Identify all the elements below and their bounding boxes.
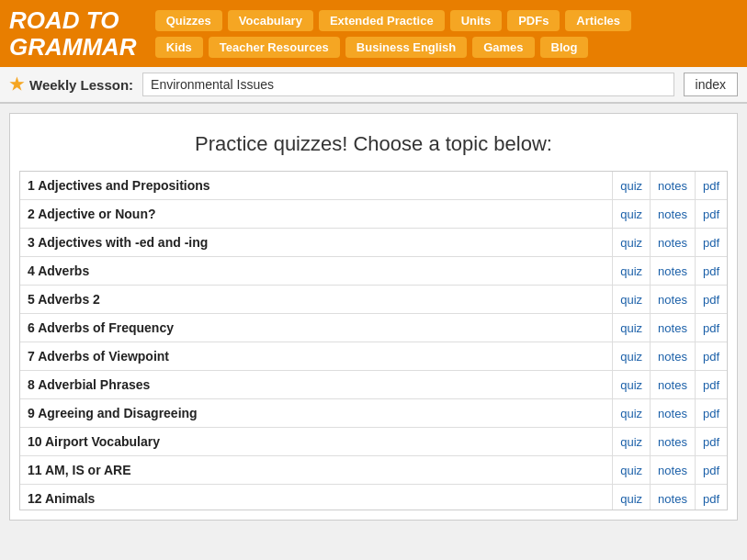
action-notes[interactable]: notes [651, 428, 696, 456]
table-row: 2 Adjective or Noun?quiznotespdf [20, 200, 727, 229]
table-row: 11 AM, IS or AREquiznotespdf [20, 456, 727, 485]
nav-btn-articles[interactable]: Articles [565, 10, 631, 31]
table-row: 7 Adverbs of Viewpointquiznotespdf [20, 342, 727, 371]
nav-btn-blog[interactable]: Blog [540, 37, 589, 58]
action-quiz[interactable]: quiz [613, 371, 651, 399]
nav-row-1: QuizzesVocabularyExtended PracticeUnitsP… [155, 10, 631, 31]
nav-btn-kids[interactable]: Kids [155, 37, 203, 58]
topic-cell: 10 Airport Vocabulary [20, 428, 613, 456]
action-pdf[interactable]: pdf [695, 257, 727, 286]
star-icon: ★ [9, 74, 24, 95]
action-pdf[interactable]: pdf [695, 286, 727, 314]
action-pdf[interactable]: pdf [695, 314, 727, 342]
nav-btn-vocabulary[interactable]: Vocabulary [228, 10, 313, 31]
nav-row-2: KidsTeacher ResourcesBusiness EnglishGam… [155, 37, 631, 58]
action-pdf[interactable]: pdf [695, 428, 727, 456]
action-notes[interactable]: notes [651, 200, 696, 229]
topic-cell: 4 Adverbs [20, 257, 613, 286]
table-row: 8 Adverbial Phrasesquiznotespdf [20, 371, 727, 399]
nav-btn-quizzes[interactable]: Quizzes [155, 10, 222, 31]
nav-btn-games[interactable]: Games [472, 37, 534, 58]
header: ROAD TO GRAMMAR QuizzesVocabularyExtende… [0, 0, 747, 67]
action-quiz[interactable]: quiz [613, 200, 651, 229]
nav-area: QuizzesVocabularyExtended PracticeUnitsP… [155, 10, 631, 58]
weekly-lesson-text: Weekly Lesson: [29, 77, 133, 93]
action-quiz[interactable]: quiz [613, 314, 651, 342]
action-quiz[interactable]: quiz [613, 172, 651, 200]
action-notes[interactable]: notes [651, 229, 696, 257]
action-notes[interactable]: notes [651, 342, 696, 371]
action-pdf[interactable]: pdf [695, 200, 727, 229]
main-content: Practice quizzes! Choose a topic below: … [9, 113, 738, 521]
action-quiz[interactable]: quiz [613, 456, 651, 485]
action-notes[interactable]: notes [651, 371, 696, 399]
topic-cell: 5 Adverbs 2 [20, 286, 613, 314]
action-quiz[interactable]: quiz [613, 286, 651, 314]
table-row: 1 Adjectives and Prepositionsquiznotespd… [20, 172, 727, 200]
nav-btn-business-english[interactable]: Business English [345, 37, 467, 58]
action-quiz[interactable]: quiz [613, 257, 651, 286]
action-quiz[interactable]: quiz [613, 342, 651, 371]
action-pdf[interactable]: pdf [695, 456, 727, 485]
action-notes[interactable]: notes [651, 314, 696, 342]
nav-btn-extended-practice[interactable]: Extended Practice [319, 10, 445, 31]
weekly-lesson-label: ★ Weekly Lesson: [9, 74, 133, 95]
topic-cell: 7 Adverbs of Viewpoint [20, 342, 613, 371]
weekly-lesson-bar: ★ Weekly Lesson: index [0, 67, 747, 104]
topic-cell: 11 AM, IS or ARE [20, 456, 613, 485]
action-pdf[interactable]: pdf [695, 371, 727, 399]
index-button[interactable]: index [684, 73, 738, 96]
main-title: Practice quizzes! Choose a topic below: [19, 132, 728, 156]
action-notes[interactable]: notes [651, 172, 696, 200]
action-quiz[interactable]: quiz [613, 229, 651, 257]
nav-btn-teacher-resources[interactable]: Teacher Resources [209, 37, 340, 58]
table-row: 4 Adverbsquiznotespdf [20, 257, 727, 286]
nav-btn-units[interactable]: Units [450, 10, 503, 31]
table-row: 10 Airport Vocabularyquiznotespdf [20, 428, 727, 456]
topic-cell: 9 Agreeing and Disagreeing [20, 399, 613, 428]
table-row: 5 Adverbs 2quiznotespdf [20, 286, 727, 314]
table-row: 9 Agreeing and Disagreeingquiznotespdf [20, 399, 727, 428]
table-row: 3 Adjectives with -ed and -ingquiznotesp… [20, 229, 727, 257]
action-notes[interactable]: notes [651, 286, 696, 314]
table-row: 12 Animalsquiznotespdf [20, 485, 727, 511]
action-pdf[interactable]: pdf [695, 342, 727, 371]
quiz-table: 1 Adjectives and Prepositionsquiznotespd… [20, 172, 727, 510]
quiz-table-wrapper[interactable]: 1 Adjectives and Prepositionsquiznotespd… [19, 171, 728, 510]
topic-cell: 3 Adjectives with -ed and -ing [20, 229, 613, 257]
action-quiz[interactable]: quiz [613, 399, 651, 428]
action-notes[interactable]: notes [651, 399, 696, 428]
topic-cell: 8 Adverbial Phrases [20, 371, 613, 399]
table-row: 6 Adverbs of Frequencyquiznotespdf [20, 314, 727, 342]
nav-btn-pdfs[interactable]: PDFs [507, 10, 560, 31]
topic-cell: 12 Animals [20, 485, 613, 511]
action-pdf[interactable]: pdf [695, 229, 727, 257]
action-pdf[interactable]: pdf [695, 399, 727, 428]
action-notes[interactable]: notes [651, 456, 696, 485]
action-pdf[interactable]: pdf [695, 485, 727, 511]
action-quiz[interactable]: quiz [613, 485, 651, 511]
weekly-lesson-input[interactable] [142, 73, 673, 96]
topic-cell: 1 Adjectives and Prepositions [20, 172, 613, 200]
logo: ROAD TO GRAMMAR [9, 7, 137, 60]
action-notes[interactable]: notes [651, 257, 696, 286]
action-notes[interactable]: notes [651, 485, 696, 511]
topic-cell: 6 Adverbs of Frequency [20, 314, 613, 342]
action-quiz[interactable]: quiz [613, 428, 651, 456]
action-pdf[interactable]: pdf [695, 172, 727, 200]
topic-cell: 2 Adjective or Noun? [20, 200, 613, 229]
